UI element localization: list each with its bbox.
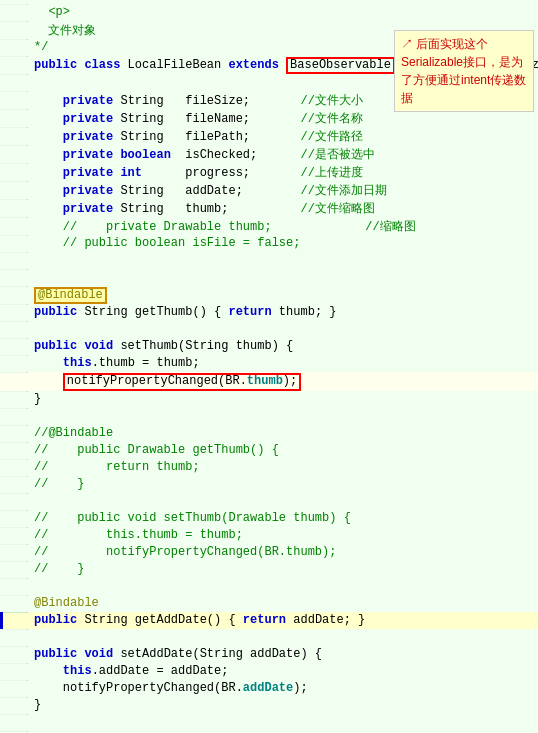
setthumb-body1: this.thumb = thumb;: [0, 355, 538, 372]
line-num: [0, 527, 28, 528]
annotation-arrow: ↗: [401, 37, 413, 51]
blank-line-2: [0, 252, 538, 269]
comment-close1: // }: [0, 476, 538, 493]
line-num: [0, 21, 28, 22]
comment-return-thumb: // return thumb;: [0, 459, 538, 476]
line-content: }: [28, 697, 538, 712]
line-num: [0, 163, 28, 164]
line-num: [0, 181, 28, 182]
line-content: this.addDate = addDate;: [28, 663, 538, 678]
active-line-indicator: [0, 612, 3, 629]
line-content: [28, 493, 538, 508]
line-num: [0, 578, 28, 579]
line-content: }: [28, 391, 538, 406]
blank-line-4: [0, 321, 538, 338]
line-content: private int progress; //上传进度: [28, 163, 538, 181]
line-content: <p>: [28, 4, 538, 19]
line-num: [0, 408, 28, 409]
line-num: [0, 629, 28, 630]
line-content: [28, 714, 538, 729]
line-content: // }: [28, 561, 538, 576]
line-num: [0, 714, 28, 715]
line-num: [0, 372, 28, 373]
line-content: notifyPropertyChanged(BR.addDate);: [28, 680, 538, 695]
field-filepath: private String filePath; //文件路径: [0, 127, 538, 145]
line-num: [0, 510, 28, 511]
comment-this-thumb: // this.thumb = thumb;: [0, 527, 538, 544]
line-num: [0, 269, 28, 270]
comment-setdrawable: // public void setThumb(Drawable thumb) …: [0, 510, 538, 527]
line-num: [0, 74, 28, 75]
line-content: // notifyPropertyChanged(BR.thumb);: [28, 544, 538, 559]
line-num: [0, 391, 28, 392]
line-num: [0, 4, 28, 5]
line-num: [0, 680, 28, 681]
line-num: [0, 39, 28, 40]
line-num: [0, 91, 28, 92]
blank-line-3: [0, 269, 538, 286]
line-num: [0, 612, 28, 613]
line-content: // public Drawable getThumb() {: [28, 442, 538, 457]
line-content: //@Bindable: [28, 425, 538, 440]
bindable-annotation-1: @Bindable: [0, 286, 538, 304]
line-num: [0, 646, 28, 647]
annotation-note: ↗ 后面实现这个Serializable接口，是为了方便通过intent传递数据: [394, 30, 534, 112]
line-content: [28, 321, 538, 336]
blank-line-6: [0, 493, 538, 510]
line-num: [0, 595, 28, 596]
code-editor: ↗ 后面实现这个Serializable接口，是为了方便通过intent传递数据…: [0, 0, 538, 733]
blank-line-9: [0, 714, 538, 731]
setadddate-close: }: [0, 697, 538, 714]
line-content: @Bindable: [28, 595, 538, 610]
setadddate-notify: notifyPropertyChanged(BR.addDate);: [0, 680, 538, 697]
comment-isfile: // public boolean isFile = false;: [0, 235, 538, 252]
field-adddate: private String addDate; //文件添加日期: [0, 181, 538, 199]
blank-line-8: [0, 629, 538, 646]
annotation-text: 后面实现这个Serializable接口，是为了方便通过intent传递数据: [401, 37, 526, 105]
line-num: [0, 425, 28, 426]
line-num: [0, 56, 28, 57]
line-num: [0, 442, 28, 443]
line-num: [0, 304, 28, 305]
line-num: [0, 544, 28, 545]
line-num: [0, 109, 28, 110]
setadddate-decl: public void setAddDate(String addDate) {: [0, 646, 538, 663]
line-num: [0, 459, 28, 460]
line-content: notifyPropertyChanged(BR.thumb);: [28, 372, 538, 390]
line-num: [0, 252, 28, 253]
line-num: [0, 561, 28, 562]
setthumb-close: }: [0, 391, 538, 408]
line-content: public String getAddDate() { return addD…: [28, 612, 538, 627]
line-num: [0, 217, 28, 218]
line-content: private String filePath; //文件路径: [28, 127, 538, 145]
line-num: [0, 697, 28, 698]
line-content: private String thumb; //文件缩略图: [28, 199, 538, 217]
comment-bindable: //@Bindable: [0, 425, 538, 442]
line-content: // private Drawable thumb; //缩略图: [28, 217, 538, 235]
line-num: [0, 127, 28, 128]
line-num: [0, 355, 28, 356]
line-num: [0, 321, 28, 322]
setthumb-decl: public void setThumb(String thumb) {: [0, 338, 538, 355]
comment-getdrawable: // public Drawable getThumb() {: [0, 442, 538, 459]
line-content: [28, 629, 538, 644]
line-content: private boolean isChecked; //是否被选中: [28, 145, 538, 163]
line-num: [0, 199, 28, 200]
line-num: [0, 286, 28, 287]
comment-close2: // }: [0, 561, 538, 578]
blank-line-5: [0, 408, 538, 425]
line-content: [28, 252, 538, 267]
notify-thumb-line: notifyPropertyChanged(BR.thumb);: [0, 372, 538, 390]
line-content: // }: [28, 476, 538, 491]
comment-drawable-thumb: // private Drawable thumb; //缩略图: [0, 217, 538, 235]
line-content: public String getThumb() { return thumb;…: [28, 304, 538, 319]
bindable-annotation-2: @Bindable: [0, 595, 538, 612]
field-ischecked: private boolean isChecked; //是否被选中: [0, 145, 538, 163]
line-num: [0, 493, 28, 494]
getadddate-line: public String getAddDate() { return addD…: [0, 612, 538, 629]
line-content: public void setThumb(String thumb) {: [28, 338, 538, 353]
getthumb-line: public String getThumb() { return thumb;…: [0, 304, 538, 321]
line-num: [0, 338, 28, 339]
line-content: // this.thumb = thumb;: [28, 527, 538, 542]
line-num: [0, 476, 28, 477]
